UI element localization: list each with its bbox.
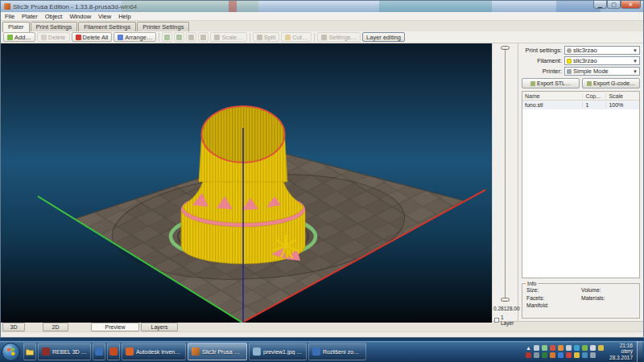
tray-expand-icon[interactable]: ▲: [526, 345, 531, 351]
rotate-ccw-button[interactable]: [162, 32, 172, 42]
menu-view[interactable]: View: [98, 13, 111, 20]
view-tab-2d[interactable]: 2D: [43, 323, 68, 331]
col-name: Name: [522, 93, 583, 99]
tab-filament-settings[interactable]: Filament Settings: [78, 22, 136, 31]
taskbar: REBEL 3D - Odeslat o... Autodesk Invento…: [0, 341, 644, 362]
menu-plater[interactable]: Plater: [22, 13, 38, 20]
view-tab-3d[interactable]: 3D: [2, 323, 25, 331]
chevron-down-icon: ▼: [633, 59, 638, 64]
taskbar-button-slic3r[interactable]: Slic3r Prusa Edition - ...: [188, 343, 247, 360]
taskbar-button-display-settings[interactable]: Rozlišení zobrazení: [308, 343, 366, 360]
show-desktop-button[interactable]: [637, 341, 642, 362]
clock-time: 21:16: [609, 343, 633, 349]
scale-button[interactable]: Scale…: [210, 32, 246, 42]
taskbar-clock[interactable]: 21:16 úterý 28.3.2017: [609, 343, 633, 361]
tray-icon[interactable]: [542, 352, 547, 358]
3d-preview-canvas[interactable]: [1, 43, 492, 321]
table-row[interactable]: funo.stl 1 100%: [522, 101, 639, 109]
cut-button[interactable]: Cut…: [281, 32, 312, 42]
layer-editing-button[interactable]: Layer editing: [362, 32, 405, 42]
col-scale: Scale: [606, 93, 639, 99]
taskbar-button-paint[interactable]: preview1.jpg - Malov...: [249, 343, 307, 360]
view-tab-preview[interactable]: Preview: [91, 323, 139, 331]
rotate-45-ccw-icon: [188, 35, 194, 40]
menu-help[interactable]: Help: [118, 13, 130, 20]
menu-file[interactable]: File: [5, 13, 14, 20]
tab-plater[interactable]: Plater: [2, 22, 30, 32]
view-tab-layers[interactable]: Layers: [141, 323, 178, 331]
tray-icon[interactable]: [558, 345, 564, 351]
tray-icon[interactable]: [598, 345, 604, 351]
chevron-down-icon: ▼: [633, 48, 638, 53]
info-facets-label: Facets:: [526, 295, 581, 301]
tray-icon[interactable]: [566, 352, 572, 358]
plater-toolbar: Add… Delete Delete All Arrange… Scale… S…: [1, 31, 643, 43]
layer-slider-upper-handle[interactable]: [501, 46, 510, 50]
rotate-cw-button[interactable]: [174, 32, 184, 42]
menu-bar: File Plater Object Window View Help: [1, 12, 643, 21]
split-icon: [257, 35, 262, 40]
delete-button[interactable]: Delete: [37, 32, 70, 42]
tray-icon[interactable]: [590, 352, 596, 358]
info-box: Info Size: Facets: Manifold: Volume: Mat…: [522, 283, 640, 319]
pinned-app-button-blue[interactable]: [93, 343, 105, 360]
rotate-45-ccw-button[interactable]: [186, 32, 196, 42]
filament-combo[interactable]: slic3rzao ▼: [564, 56, 640, 65]
objects-table-header: Name Cop... Scale: [522, 92, 639, 101]
export-stl-button[interactable]: Export STL…: [522, 78, 580, 88]
filament-color-icon: [567, 59, 572, 64]
object-scale: 100%: [606, 102, 639, 108]
print-settings-label: Print settings:: [522, 47, 562, 54]
delete-all-button[interactable]: Delete All: [72, 32, 113, 42]
tray-icon[interactable]: [542, 345, 547, 351]
tab-printer-settings[interactable]: Printer Settings: [137, 22, 189, 31]
arrange-button[interactable]: Arrange…: [114, 32, 156, 42]
settings-button[interactable]: Settings…: [317, 32, 361, 42]
layer-slider-track[interactable]: [505, 48, 506, 301]
close-button[interactable]: ✕: [621, 1, 641, 9]
tray-icon[interactable]: [550, 352, 555, 358]
taskbar-button-rebel3d[interactable]: REBEL 3D - Odeslat o...: [38, 343, 91, 360]
split-button[interactable]: Split: [253, 32, 280, 42]
print-settings-combo[interactable]: slic3rzao ▼: [564, 46, 640, 55]
start-button[interactable]: [2, 343, 20, 361]
taskbar-button-inventor[interactable]: Autodesk Inventor Pr...: [122, 343, 186, 360]
layer-slider-strip: 0.28 128.00 1 Layer: [492, 43, 518, 321]
export-gcode-button[interactable]: Export G-code…: [582, 78, 640, 88]
layer-slider-lower-handle[interactable]: [501, 298, 510, 302]
printer-combo[interactable]: Simple Mode ▼: [564, 67, 640, 76]
tray-icon[interactable]: [534, 345, 539, 351]
explorer-taskbar-button[interactable]: [23, 343, 36, 360]
pinned-app-button-orange[interactable]: [107, 343, 120, 360]
tray-icon[interactable]: [558, 352, 564, 358]
layer-max-value: 128.00: [504, 306, 520, 311]
filament-label: Filament:: [522, 57, 562, 64]
tray-icon[interactable]: [566, 345, 572, 351]
delete-icon: [41, 35, 47, 40]
rotate-45-cw-button[interactable]: [198, 32, 208, 42]
title-bar[interactable]: Slic3r Prusa Edition - 1.33.8-prusa3d-wi…: [1, 1, 643, 12]
tray-icon[interactable]: [590, 345, 596, 351]
export-gcode-icon: [587, 81, 592, 86]
tray-icon[interactable]: [574, 352, 580, 358]
tray-icon[interactable]: [582, 352, 588, 358]
table-empty-area[interactable]: [522, 109, 639, 278]
window-title: Slic3r Prusa Edition - 1.33.8-prusa3d-wi…: [13, 3, 137, 10]
slic3r-app-icon: [4, 3, 10, 10]
tray-icon[interactable]: [574, 345, 580, 351]
menu-object[interactable]: Object: [45, 13, 63, 20]
status-bar: [1, 331, 643, 337]
desktop: Slic3r Prusa Edition - 1.33.8-prusa3d-wi…: [0, 0, 644, 362]
tray-icon[interactable]: [534, 352, 539, 358]
tray-icon[interactable]: [526, 352, 531, 358]
minimize-button[interactable]: ▁: [593, 1, 607, 9]
menu-window[interactable]: Window: [69, 13, 91, 20]
maximize-button[interactable]: ▢: [607, 1, 621, 9]
tray-icon[interactable]: [550, 345, 555, 351]
one-layer-checkbox[interactable]: [494, 318, 499, 323]
add-button[interactable]: Add…: [3, 32, 35, 42]
clock-day: úterý: [609, 348, 633, 355]
tray-icon[interactable]: [582, 345, 588, 351]
tab-print-settings[interactable]: Print Settings: [31, 22, 78, 31]
info-materials-label: Materials:: [581, 295, 636, 301]
